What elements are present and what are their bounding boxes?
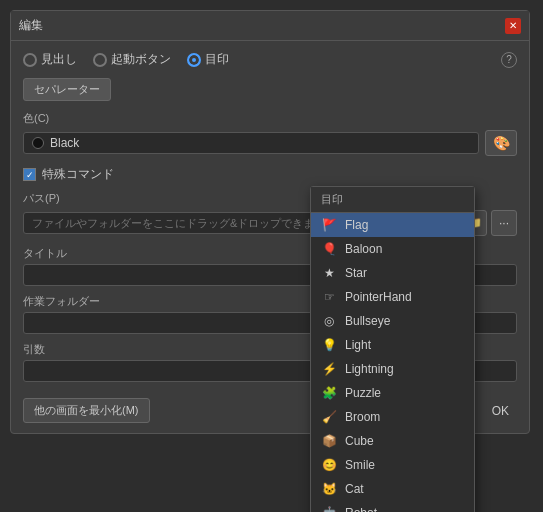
item-icon: ★	[321, 266, 337, 280]
item-label: PointerHand	[345, 290, 412, 304]
item-label: Light	[345, 338, 371, 352]
dropdown-items-container: 🚩Flag🎈Baloon★Star☞PointerHand◎Bullseye💡L…	[311, 213, 474, 512]
item-icon: 😊	[321, 458, 337, 472]
special-command-checkbox[interactable]: ✓	[23, 168, 36, 181]
item-icon: ⚡	[321, 362, 337, 376]
dropdown-item[interactable]: 🐱Cat	[311, 477, 474, 501]
dropdown-item[interactable]: 🚩Flag	[311, 213, 474, 237]
radio-label-mark: 目印	[205, 51, 229, 68]
more-button[interactable]: ···	[491, 210, 517, 236]
color-input-field: Black	[23, 132, 479, 154]
radio-launch[interactable]: 起動ボタン	[93, 51, 171, 68]
titlebar: 編集 ✕	[11, 11, 529, 41]
ok-button[interactable]: OK	[484, 400, 517, 422]
color-value: Black	[50, 136, 79, 150]
dropdown-item[interactable]: ☞PointerHand	[311, 285, 474, 309]
item-label: Lightning	[345, 362, 394, 376]
dropdown-item[interactable]: ⚡Lightning	[311, 357, 474, 381]
item-label: Puzzle	[345, 386, 381, 400]
item-label: Smile	[345, 458, 375, 472]
color-dot	[32, 137, 44, 149]
item-icon: ☞	[321, 290, 337, 304]
help-icon[interactable]: ?	[501, 52, 517, 68]
color-row: Black 🎨	[23, 130, 517, 156]
item-icon: 🧹	[321, 410, 337, 424]
item-icon: 📦	[321, 434, 337, 448]
radio-row: 見出し 起動ボタン 目印 ?	[23, 51, 517, 68]
dropdown-item[interactable]: ◎Bullseye	[311, 309, 474, 333]
item-icon: 💡	[321, 338, 337, 352]
item-label: Baloon	[345, 242, 382, 256]
item-icon: 🤖	[321, 506, 337, 512]
special-command-row: ✓ 特殊コマンド	[23, 166, 517, 183]
dropdown-item[interactable]: ★Star	[311, 261, 474, 285]
radio-label-headline: 見出し	[41, 51, 77, 68]
item-icon: ◎	[321, 314, 337, 328]
dropdown-item[interactable]: 😊Smile	[311, 453, 474, 477]
item-label: Flag	[345, 218, 368, 232]
dropdown-item[interactable]: 🧩Puzzle	[311, 381, 474, 405]
dialog-title: 編集	[19, 17, 43, 34]
radio-mark[interactable]: 目印	[187, 51, 229, 68]
item-label: Cube	[345, 434, 374, 448]
item-icon: 🧩	[321, 386, 337, 400]
radio-circle-launch	[93, 53, 107, 67]
color-section-label: 色(C)	[23, 111, 517, 126]
item-icon: 🚩	[321, 218, 337, 232]
special-command-label: 特殊コマンド	[42, 166, 114, 183]
dropdown-menu: 目印 🚩Flag🎈Baloon★Star☞PointerHand◎Bullsey…	[310, 186, 475, 512]
dropdown-header: 目印	[311, 187, 474, 213]
minimize-button[interactable]: 他の画面を最小化(M)	[23, 398, 150, 423]
color-picker-button[interactable]: 🎨	[485, 130, 517, 156]
dropdown-item[interactable]: 🤖Robot	[311, 501, 474, 512]
radio-circle-headline	[23, 53, 37, 67]
dropdown-item[interactable]: 📦Cube	[311, 429, 474, 453]
item-label: Robot	[345, 506, 377, 512]
close-button[interactable]: ✕	[505, 18, 521, 34]
item-label: Cat	[345, 482, 364, 496]
dropdown-item[interactable]: 🧹Broom	[311, 405, 474, 429]
separator-button[interactable]: セパレーター	[23, 78, 111, 101]
item-label: Broom	[345, 410, 380, 424]
radio-label-launch: 起動ボタン	[111, 51, 171, 68]
item-icon: 🐱	[321, 482, 337, 496]
dropdown-item[interactable]: 💡Light	[311, 333, 474, 357]
item-label: Bullseye	[345, 314, 390, 328]
dropdown-item[interactable]: 🎈Baloon	[311, 237, 474, 261]
item-label: Star	[345, 266, 367, 280]
radio-circle-mark	[187, 53, 201, 67]
item-icon: 🎈	[321, 242, 337, 256]
radio-headline[interactable]: 見出し	[23, 51, 77, 68]
